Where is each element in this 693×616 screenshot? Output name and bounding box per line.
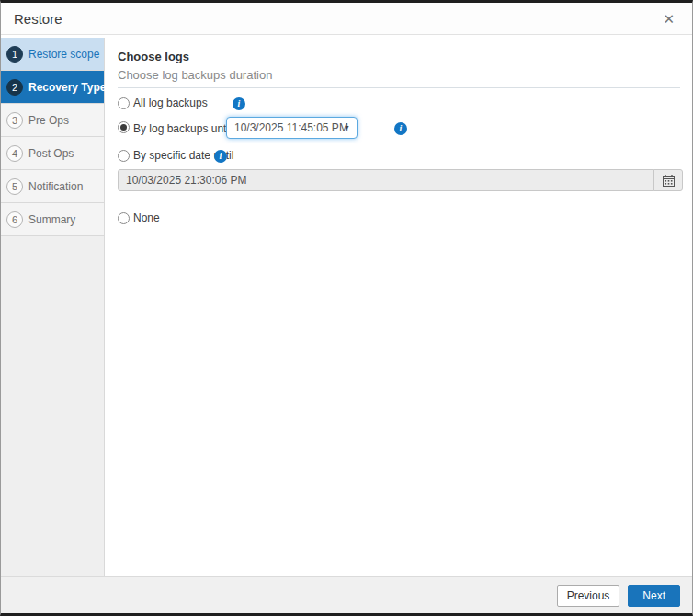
none-radio[interactable]	[118, 212, 130, 224]
step-number-badge: 4	[6, 145, 23, 162]
specific-date-input	[118, 169, 654, 191]
option-row-by-specific-date: By specific date until i	[105, 149, 692, 164]
sidebar-item-post-ops[interactable]: 4 Post Ops	[1, 137, 104, 170]
option-row-none: None	[105, 211, 692, 226]
sidebar-item-notification[interactable]: 5 Notification	[1, 170, 104, 203]
dialog-title: Restore	[14, 11, 62, 27]
log-backup-time-dropdown[interactable]: 10/3/2025 11:45:05 PM ▼	[226, 117, 358, 139]
info-icon[interactable]: i	[214, 150, 227, 163]
specific-date-input-group	[105, 169, 692, 191]
sidebar-item-recovery-type[interactable]: 2 Recovery Type	[1, 71, 104, 104]
by-log-backups-label: By log backups until	[133, 122, 232, 136]
option-row-all-log-backups: All log backups i	[105, 97, 692, 111]
info-icon[interactable]: i	[394, 122, 407, 135]
step-label: Pre Ops	[28, 114, 69, 127]
next-button[interactable]: Next	[628, 585, 680, 607]
dialog-titlebar: Restore ✕	[1, 3, 692, 35]
log-backup-time-value: 10/3/2025 11:45:05 PM	[234, 121, 348, 134]
page-title: Choose logs	[118, 50, 189, 63]
close-icon[interactable]: ✕	[657, 3, 680, 35]
step-label: Recovery Type	[28, 81, 107, 94]
option-row-by-log-backups: By log backups until 10/3/2025 11:45:05 …	[105, 117, 692, 141]
step-number-badge: 5	[6, 178, 23, 195]
step-number-badge: 6	[6, 211, 23, 228]
wizard-steps-sidebar: 1 Restore scope 2 Recovery Type 3 Pre Op…	[1, 38, 105, 576]
calendar-picker-button[interactable]	[653, 169, 683, 191]
step-label: Notification	[28, 180, 83, 193]
step-number-badge: 2	[6, 79, 23, 96]
info-icon[interactable]: i	[233, 97, 245, 110]
restore-dialog: Restore ✕ 1 Restore scope 2 Recovery Typ…	[0, 0, 693, 616]
all-log-backups-radio[interactable]	[118, 97, 130, 109]
calendar-icon	[663, 175, 675, 187]
step-number-badge: 1	[6, 46, 23, 63]
step-label: Summary	[28, 213, 75, 226]
sidebar-item-restore-scope[interactable]: 1 Restore scope	[1, 38, 104, 71]
sidebar-item-pre-ops[interactable]: 3 Pre Ops	[1, 104, 104, 137]
by-log-backups-radio[interactable]	[118, 121, 130, 133]
step-number-badge: 3	[6, 112, 23, 129]
sidebar-item-summary[interactable]: 6 Summary	[1, 203, 104, 236]
recovery-type-panel: Choose logs Choose log backups duration …	[105, 38, 692, 576]
by-specific-date-radio[interactable]	[118, 150, 130, 162]
section-heading: Choose log backups duration	[118, 68, 680, 88]
dialog-footer: Previous Next	[1, 576, 692, 613]
previous-button[interactable]: Previous	[557, 585, 620, 607]
none-label: None	[133, 211, 160, 225]
chevron-down-icon: ▼	[344, 118, 350, 138]
step-label: Post Ops	[28, 147, 74, 160]
step-label: Restore scope	[28, 48, 99, 61]
all-log-backups-label: All log backups	[133, 97, 208, 110]
